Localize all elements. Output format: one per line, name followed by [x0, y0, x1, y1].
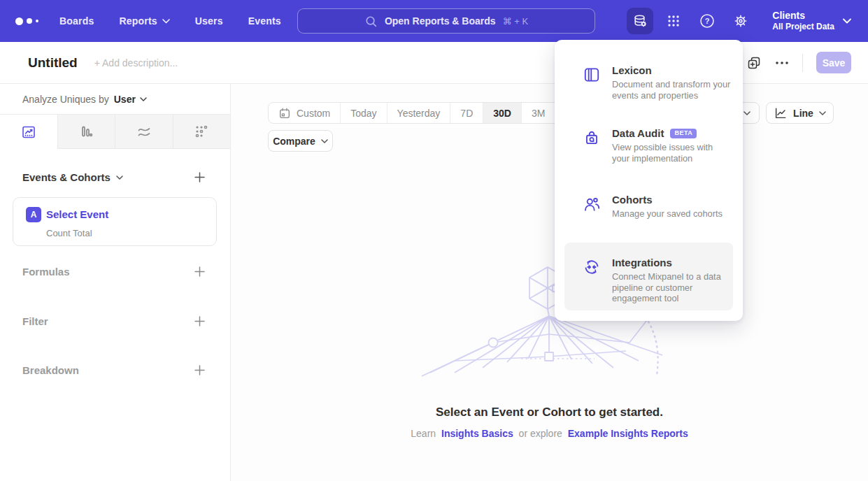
nav-item-users[interactable]: Users	[195, 15, 223, 27]
nav-right-cluster: ? Clients All Project Data	[627, 0, 868, 42]
date-range-30d[interactable]: 30D	[483, 103, 521, 123]
plus-icon	[194, 172, 205, 182]
svg-text:?: ?	[705, 17, 710, 25]
tab-flow-chart[interactable]	[115, 115, 173, 149]
compare-dropdown[interactable]: Compare	[268, 130, 333, 152]
events-cohorts-toggle[interactable]: Events & Cohorts	[22, 171, 123, 183]
date-range-custom[interactable]: Custom	[269, 103, 340, 123]
menu-item-description: Connect Mixpanel to a data pipeline or c…	[612, 271, 732, 304]
search-input[interactable]: Open Reports & Boards ⌘ + K	[297, 8, 595, 34]
add-formula-button[interactable]	[194, 266, 205, 277]
nav-item-boards[interactable]: Boards	[59, 15, 94, 27]
breakdown-label: Breakdown	[22, 364, 79, 376]
date-range-7d[interactable]: 7D	[450, 103, 483, 123]
search-icon	[364, 15, 378, 28]
chevron-down-icon	[321, 139, 328, 143]
analyze-label: Analyze Uniques by	[22, 94, 109, 105]
breakdown-section: Breakdown	[22, 364, 205, 376]
event-series-badge: A	[26, 207, 41, 222]
events-cohorts-header: Events & Cohorts	[22, 171, 205, 183]
search-shortcut: ⌘ + K	[503, 16, 529, 27]
menu-item-title: Data Audit BETA	[612, 127, 697, 139]
save-button[interactable]: Save	[816, 52, 851, 73]
analyze-unit-dropdown[interactable]: User	[114, 94, 147, 105]
integrations-sync-icon	[583, 258, 601, 276]
help-button[interactable]: ?	[694, 8, 720, 34]
report-title[interactable]: Untitled	[28, 55, 78, 71]
database-gear-icon	[632, 13, 648, 29]
add-description[interactable]: + Add description...	[94, 57, 178, 69]
menu-item-title: Lexicon	[612, 64, 652, 76]
chevron-down-icon	[116, 175, 123, 180]
more-ellipsis-icon	[775, 61, 789, 65]
chevron-down-icon	[744, 111, 750, 115]
date-range-yesterday[interactable]: Yesterday	[387, 103, 450, 123]
date-range-today[interactable]: Today	[340, 103, 386, 123]
menu-item-description: Manage your saved cohorts	[612, 208, 732, 220]
header-divider	[802, 54, 803, 72]
project-name: Clients	[772, 10, 834, 22]
more-options-button[interactable]	[775, 61, 789, 65]
project-switcher[interactable]: Clients All Project Data	[772, 10, 851, 33]
event-row-card[interactable]: A Select Event Count Total	[13, 197, 217, 246]
beta-badge: BETA	[670, 129, 697, 138]
calendar-icon	[278, 107, 291, 120]
filter-label: Filter	[22, 315, 48, 327]
empty-state-title: Select an Event or Cohort to get started…	[231, 405, 868, 419]
add-filter-button[interactable]	[194, 316, 205, 326]
menu-item-description: Document and transform your events and p…	[612, 79, 732, 101]
duplicate-icon	[746, 55, 762, 71]
learn-prefix: Learn	[411, 428, 436, 439]
chart-type-dropdown[interactable]: Line	[766, 102, 834, 124]
menu-item-title: Integrations	[612, 257, 672, 268]
tab-bar-chart[interactable]	[57, 115, 115, 149]
date-range-control: Custom Today Yesterday 7D 30D 3M 6M	[268, 102, 590, 124]
empty-state-links: Learn Insights Basics or explore Example…	[231, 428, 868, 439]
line-chart-icon	[774, 106, 788, 120]
tab-insights-line[interactable]	[0, 115, 57, 149]
apps-grid-icon	[666, 13, 681, 29]
date-range-3m[interactable]: 3M	[521, 103, 555, 123]
visualization-tabs	[0, 115, 230, 149]
chevron-down-icon	[843, 18, 851, 24]
chevron-down-icon	[819, 111, 826, 115]
menu-item-title: Cohorts	[612, 194, 653, 206]
mixpanel-logo[interactable]	[15, 17, 38, 25]
nav-item-reports[interactable]: Reports	[119, 15, 169, 27]
project-scope: All Project Data	[772, 22, 834, 32]
menu-item-description: View possible issues with your implement…	[612, 142, 732, 164]
search-placeholder: Open Reports & Boards	[385, 15, 496, 27]
duplicate-button[interactable]	[746, 55, 762, 71]
filter-section: Filter	[22, 315, 205, 327]
count-total-label[interactable]: Count Total	[46, 228, 92, 238]
formulas-section: Formulas	[22, 266, 205, 278]
analyze-row: Analyze Uniques by User	[0, 84, 230, 115]
select-event-label[interactable]: Select Event	[46, 208, 108, 220]
insights-line-chart-icon	[21, 124, 36, 140]
plus-icon	[194, 266, 205, 277]
settings-button[interactable]	[727, 8, 754, 34]
formulas-label: Formulas	[22, 266, 70, 278]
nav-item-events[interactable]: Events	[248, 15, 281, 27]
add-breakdown-button[interactable]	[194, 365, 205, 375]
metrics-dots-icon	[194, 124, 209, 139]
add-event-button[interactable]	[194, 172, 205, 182]
nav-links: Boards Reports Users Events	[59, 15, 281, 27]
cohorts-people-icon	[583, 195, 601, 213]
top-nav: Boards Reports Users Events Open Reports…	[0, 0, 868, 42]
chevron-down-icon	[140, 97, 147, 101]
data-management-button[interactable]	[627, 8, 653, 34]
insights-basics-link[interactable]: Insights Basics	[441, 428, 513, 439]
plus-icon	[194, 365, 205, 375]
example-insights-reports-link[interactable]: Example Insights Reports	[568, 428, 688, 439]
settings-gear-icon	[732, 13, 749, 29]
data-management-menu: Lexicon Document and transform your even…	[555, 40, 743, 321]
main-canvas: Custom Today Yesterday 7D 30D 3M 6M Comp…	[231, 84, 868, 481]
bar-chart-icon	[78, 124, 94, 139]
data-audit-lock-icon	[583, 129, 601, 147]
chevron-down-icon	[162, 19, 170, 24]
plus-icon	[194, 316, 205, 326]
tab-metrics[interactable]	[173, 115, 231, 149]
apps-grid-button[interactable]	[660, 8, 687, 34]
or-explore-text: or explore	[519, 428, 562, 439]
